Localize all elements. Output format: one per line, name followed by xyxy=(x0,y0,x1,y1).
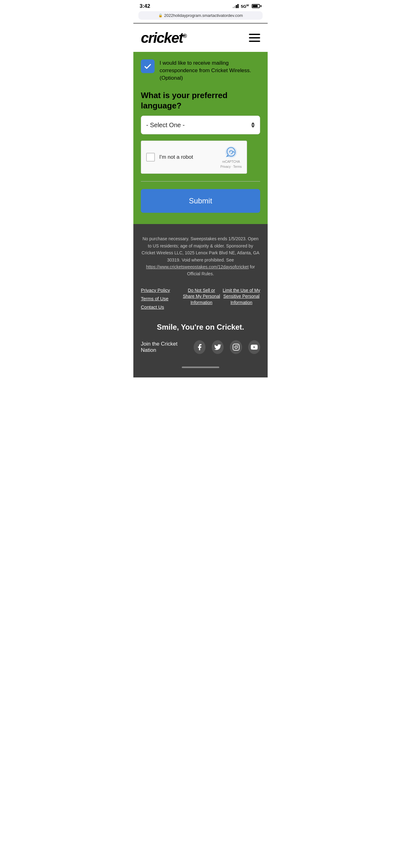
mailing-checkbox-row: I would like to receive mailing correspo… xyxy=(141,59,260,82)
bottom-indicator-area xyxy=(141,363,260,370)
svg-point-2 xyxy=(235,346,237,348)
do-not-sell-link[interactable]: Do Not Sell or Share My Personal Informa… xyxy=(183,287,220,306)
signal-bars-icon xyxy=(233,4,239,8)
hamburger-menu-button[interactable] xyxy=(249,34,260,42)
logo-text: cricket® xyxy=(141,30,187,46)
arrow-up-icon xyxy=(251,122,255,125)
join-row: Join the Cricket Nation xyxy=(141,340,260,354)
recaptcha-privacy-links: Privacy · Terms xyxy=(221,165,242,168)
status-icons: 5GW xyxy=(233,4,261,9)
url-bar[interactable]: 🔒 2022holidayprogram.smartactivatordev.c… xyxy=(138,11,263,20)
mailing-checkbox[interactable] xyxy=(141,59,155,73)
status-bar: 3:42 5GW xyxy=(133,0,268,11)
recaptcha-checkbox[interactable] xyxy=(146,153,155,161)
status-time: 3:42 xyxy=(140,3,150,9)
cricket-logo: cricket® xyxy=(141,29,187,46)
limit-use-link[interactable]: Limit the Use of My Sensitive Personal I… xyxy=(223,287,260,306)
twitter-icon-button[interactable] xyxy=(212,340,224,354)
submit-button[interactable]: Submit xyxy=(141,189,260,213)
terms-of-use-link[interactable]: Terms of Use xyxy=(141,296,170,301)
footer-disclaimer: No purchase necessary. Sweepstakes ends … xyxy=(141,235,260,277)
svg-point-3 xyxy=(237,345,238,346)
recaptcha-label: I'm not a robot xyxy=(159,154,193,160)
contact-us-link[interactable]: Contact Us xyxy=(141,304,170,310)
header: cricket® xyxy=(133,24,268,52)
official-rules-link[interactable]: https://www.cricketsweepstakes.com/12day… xyxy=(146,264,248,269)
footer-links: Privacy Policy Terms of Use Contact Us D… xyxy=(141,287,260,312)
mailing-checkbox-label: I would like to receive mailing correspo… xyxy=(160,59,260,82)
form-divider xyxy=(141,181,260,182)
recaptcha-left: I'm not a robot xyxy=(146,153,193,161)
footer-links-right: Do Not Sell or Share My Personal Informa… xyxy=(183,287,260,306)
lock-icon: 🔒 xyxy=(158,13,163,18)
select-arrows-icon xyxy=(251,122,255,128)
language-select-wrapper[interactable]: - Select One - English Spanish xyxy=(141,116,260,134)
instagram-icon-button[interactable] xyxy=(230,340,242,354)
battery-icon xyxy=(252,4,261,8)
instagram-icon xyxy=(232,343,240,351)
twitter-icon xyxy=(214,343,222,351)
recaptcha-logo-icon xyxy=(225,146,237,158)
facebook-icon xyxy=(196,343,203,351)
hamburger-line-3 xyxy=(249,41,260,42)
svg-rect-1 xyxy=(233,344,239,350)
language-select[interactable]: - Select One - English Spanish xyxy=(146,122,248,128)
home-indicator xyxy=(182,367,219,368)
form-section: I would like to receive mailing correspo… xyxy=(133,52,268,224)
arrow-down-icon xyxy=(251,125,255,128)
recaptcha-brand-text: reCAPTCHA xyxy=(222,160,240,164)
join-label: Join the Cricket Nation xyxy=(141,341,188,353)
facebook-icon-button[interactable] xyxy=(194,340,205,354)
footer: No purchase necessary. Sweepstakes ends … xyxy=(133,224,268,377)
language-question: What is your preferred language? xyxy=(141,90,260,111)
youtube-icon-button[interactable] xyxy=(248,340,260,354)
checkmark-icon xyxy=(144,62,152,70)
smile-text: Smile, You're on Cricket. xyxy=(141,323,260,332)
hamburger-line-2 xyxy=(249,37,260,38)
recaptcha-widget[interactable]: I'm not a robot reCAPTCHA Privacy · Term… xyxy=(141,141,247,174)
privacy-policy-link[interactable]: Privacy Policy xyxy=(141,287,170,293)
url-text: 2022holidayprogram.smartactivatordev.com xyxy=(164,13,243,18)
recaptcha-right: reCAPTCHA Privacy · Terms xyxy=(221,146,242,168)
youtube-icon xyxy=(250,343,258,351)
hamburger-line-1 xyxy=(249,34,260,35)
network-label: 5GW xyxy=(241,4,249,9)
footer-links-left: Privacy Policy Terms of Use Contact Us xyxy=(141,287,170,312)
